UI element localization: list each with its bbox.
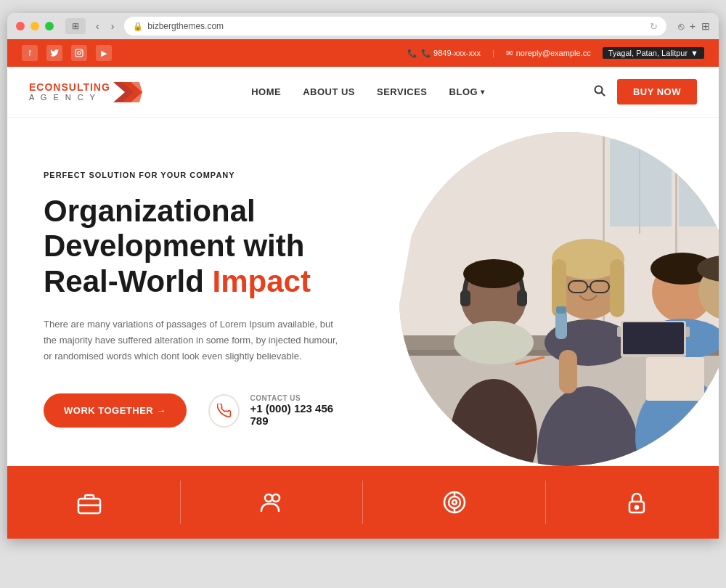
target-icon: [440, 488, 469, 517]
phone-circle-icon: [208, 394, 240, 428]
svg-point-49: [265, 494, 272, 502]
window-control-button[interactable]: ⊞: [65, 18, 86, 34]
nav-home[interactable]: HOME: [251, 86, 281, 97]
browser-controls: ⊞: [65, 18, 86, 34]
refresh-icon[interactable]: ↻: [650, 21, 658, 32]
svg-rect-12: [610, 139, 672, 226]
svg-point-57: [635, 506, 638, 509]
work-together-button[interactable]: WORK TOGETHER →: [44, 393, 187, 428]
twitter-icon[interactable]: [46, 45, 62, 61]
phone-icon: 📞: [407, 49, 417, 58]
svg-rect-19: [460, 290, 470, 306]
bottom-service-3: [440, 488, 469, 517]
email-text: noreply@example.cc: [516, 49, 591, 57]
location-dropdown[interactable]: Tyagal, Patan, Lalitpur ▼: [603, 47, 704, 59]
hero-section: PERFECT SOLUTION FOR YOUR COMPANY Organi…: [7, 118, 719, 466]
hero-title: Organizational Development with Real-Wor…: [44, 194, 348, 299]
lock-icon: [622, 488, 651, 517]
instagram-icon[interactable]: [71, 45, 87, 61]
separator-1: |: [492, 49, 494, 57]
hero-description: There are many variations of passages of…: [44, 317, 348, 364]
logo-arrow-icon: [113, 81, 142, 103]
social-icons-group: f ▶: [22, 45, 112, 61]
bottom-service-4: [622, 488, 651, 517]
youtube-icon[interactable]: ▶: [96, 45, 112, 61]
divider-3: [545, 481, 546, 524]
logo[interactable]: ECONSULTING A G E N C Y: [29, 81, 142, 103]
nav-actions: BUY NOW: [594, 79, 697, 105]
email-info: ✉ noreply@example.cc: [506, 49, 591, 58]
share-button[interactable]: ⎋: [678, 20, 684, 32]
divider-2: [362, 481, 363, 524]
users-icon: [257, 488, 286, 517]
nav-services[interactable]: SERVICES: [377, 86, 428, 97]
back-button[interactable]: ‹: [91, 19, 104, 33]
svg-point-5: [595, 86, 602, 93]
location-text: Tyagal, Patan, Lalitpur: [608, 49, 688, 57]
facebook-icon[interactable]: f: [22, 45, 38, 61]
nav-blog[interactable]: BLOG ▾: [449, 86, 485, 97]
hero-title-highlight: Impact: [213, 264, 311, 298]
close-dot[interactable]: [16, 22, 25, 30]
hero-cta-group: WORK TOGETHER → CONTACT US +1 (000) 123 …: [44, 393, 348, 428]
phone-details: CONTACT US +1 (000) 123 456 789: [250, 394, 348, 427]
hero-image-circle: [399, 132, 719, 466]
svg-rect-20: [517, 290, 527, 306]
hero-content: PERFECT SOLUTION FOR YOUR COMPANY Organi…: [44, 171, 363, 428]
svg-line-6: [601, 92, 605, 96]
phone-info: 📞 📞 9849-xxx-xxx: [407, 49, 481, 58]
svg-point-50: [272, 494, 280, 502]
phone-number-text: 📞 9849-xxx-xxx: [421, 49, 481, 58]
svg-rect-41: [556, 306, 566, 314]
divider-1: [180, 481, 181, 524]
contact-phone-number: +1 (000) 123 456 789: [250, 402, 348, 427]
bottom-services-bar: [7, 466, 719, 539]
minimize-dot[interactable]: [30, 22, 39, 30]
hero-title-line1: Organizational: [44, 194, 256, 228]
bottom-service-2: [257, 488, 286, 517]
svg-point-2: [81, 50, 82, 52]
logo-text: ECONSULTING A G E N C Y: [29, 81, 110, 103]
svg-rect-40: [555, 310, 567, 339]
dropdown-arrow-icon: ▼: [690, 49, 698, 57]
svg-rect-39: [623, 322, 684, 354]
blog-dropdown-icon: ▾: [481, 88, 485, 96]
hero-title-line3-normal: Real-World: [44, 264, 204, 298]
topbar: f ▶ 📞 📞 9849-xxx-xxx |: [7, 39, 719, 67]
hero-subtitle: PERFECT SOLUTION FOR YOUR COMPANY: [44, 171, 348, 179]
svg-rect-27: [610, 259, 624, 317]
topbar-contact-info: 📞 📞 9849-xxx-xxx | ✉ noreply@example.cc …: [407, 47, 704, 59]
url-text: bizbergthemes.com: [147, 21, 224, 31]
forward-button[interactable]: ›: [107, 19, 119, 33]
logo-econsulting: ECONSULTING: [29, 81, 110, 94]
browser-titlebar: ⊞ ‹ › 🔒 bizbergthemes.com ↻ ⎋ + ⊞: [7, 13, 719, 39]
browser-nav-buttons: ‹ ›: [91, 19, 118, 33]
nav-links: HOME ABOUT US SERVICES BLOG ▾: [251, 86, 484, 97]
address-bar[interactable]: 🔒 bizbergthemes.com ↻: [124, 17, 666, 36]
search-button[interactable]: [594, 85, 605, 99]
website-content: f ▶ 📞 📞 9849-xxx-xxx |: [7, 39, 719, 539]
browser-action-buttons: ⎋ + ⊞: [678, 20, 710, 32]
maximize-dot[interactable]: [45, 22, 54, 30]
svg-rect-13: [679, 139, 719, 226]
svg-point-52: [449, 497, 460, 508]
email-icon: ✉: [506, 49, 513, 58]
bottom-service-1: [75, 488, 104, 517]
lock-icon: 🔒: [133, 22, 143, 31]
svg-point-22: [454, 321, 534, 364]
main-navigation: ECONSULTING A G E N C Y HOME ABOUT US SE…: [7, 67, 719, 118]
svg-point-21: [463, 259, 524, 288]
nav-about[interactable]: ABOUT US: [303, 86, 355, 97]
svg-point-1: [78, 52, 81, 54]
svg-rect-43: [646, 357, 704, 401]
hero-title-line2: Development with: [44, 229, 304, 263]
contact-phone-group: CONTACT US +1 (000) 123 456 789: [208, 394, 348, 428]
add-tab-button[interactable]: +: [690, 20, 696, 32]
buy-now-button[interactable]: BUY NOW: [617, 79, 697, 105]
logo-agency: A G E N C Y: [29, 93, 110, 102]
contact-label: CONTACT US: [250, 394, 348, 402]
svg-rect-32: [559, 350, 577, 393]
grid-button[interactable]: ⊞: [701, 20, 710, 32]
briefcase-icon: [75, 488, 104, 517]
svg-point-53: [452, 500, 457, 505]
